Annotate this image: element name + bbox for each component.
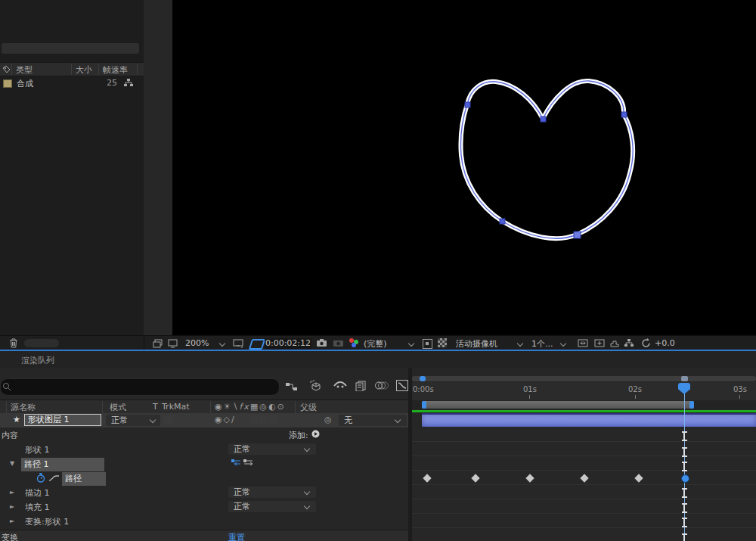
stroke-blend-mode-dropdown[interactable]: 正常 (228, 487, 316, 498)
twirl-closed-icon[interactable]: ► (10, 518, 14, 524)
resolution-dropdown[interactable]: (完整) (364, 338, 387, 350)
parent-dropdown[interactable]: 无 (339, 415, 407, 426)
rendered-frames-indicator (412, 410, 756, 412)
row-stroke-label[interactable]: 描边 1 (25, 487, 50, 499)
time-ruler[interactable]: 0:00s 01s 02s 03s (412, 382, 756, 401)
frame-blend-icon: ◎ (259, 402, 268, 412)
add-label[interactable]: 添加: (289, 430, 308, 441)
monitor-icon[interactable] (168, 339, 178, 348)
layer-blend-mode-dropdown[interactable]: 正常 (106, 415, 160, 426)
column-mode[interactable]: 模式 (110, 402, 126, 413)
heart-shape-stroke (460, 81, 633, 238)
mini-flowchart-icon[interactable] (624, 339, 634, 347)
frame-blending-icon[interactable] (355, 381, 367, 391)
exposure-value[interactable]: +0.0 (655, 338, 675, 348)
pixel-aspect-icon[interactable] (594, 339, 605, 347)
playhead-row-tick (682, 488, 687, 498)
show-snapshot-icon[interactable] (333, 339, 343, 347)
graph-editor-icon[interactable] (396, 380, 408, 391)
keyframe-out-interpolation-icon[interactable] (243, 459, 253, 466)
navigator-playhead-ghost (681, 376, 688, 381)
transparency-grid-icon[interactable] (438, 338, 447, 347)
layer-row-shape-layer-1[interactable]: ★ 形状图层 1 正常 ◉◇∕ ◎ 无 (0, 413, 408, 428)
layer-duration-bar[interactable] (422, 413, 756, 427)
playhead-row-tick (682, 462, 687, 471)
row-path-group-label[interactable]: 路径 1 (21, 458, 104, 471)
row-shape1-label[interactable]: 形状 1 (25, 444, 50, 455)
project-info-bar (2, 43, 139, 54)
timeline-search-input[interactable] (0, 378, 280, 396)
column-framerate[interactable]: 帧速率 (103, 64, 128, 76)
multi-view-icon[interactable] (153, 339, 163, 348)
twirl-open-icon[interactable]: ▼ (10, 460, 14, 467)
parent-pickwhip-icon[interactable]: ◎ (324, 415, 332, 424)
active-camera-dropdown[interactable]: 活动摄像机 (456, 338, 497, 350)
quality-switch-icon: ◉ (215, 415, 224, 424)
quality-icon: ◉ (215, 402, 224, 412)
playhead-row-tick (682, 447, 687, 457)
shy-layers-icon[interactable] (333, 381, 347, 390)
view-layout-dropdown[interactable]: 1个... (531, 338, 553, 350)
timeline-graph[interactable]: 0:00s 01s 02s 03s (412, 368, 756, 541)
stopwatch-icon[interactable] (36, 473, 45, 483)
resize-fit-icon[interactable] (578, 339, 588, 347)
chevron-down-icon (560, 340, 566, 347)
ruler-label: 0:00s (413, 385, 434, 393)
column-parent[interactable]: 父级 (300, 402, 317, 413)
selected-keyframe[interactable] (681, 474, 689, 483)
work-area-bar[interactable] (422, 401, 694, 409)
label-color-swatch[interactable] (3, 79, 12, 88)
column-trkmat[interactable]: TrkMat (162, 402, 190, 412)
column-t[interactable]: T (153, 402, 158, 412)
twirl-closed-icon[interactable]: ► (10, 503, 14, 510)
row-fill-label[interactable]: 填充 1 (25, 502, 50, 513)
fill-blend-mode-dropdown[interactable]: 正常 (228, 501, 316, 512)
chevron-down-icon (219, 340, 225, 347)
composition-viewport[interactable] (172, 0, 756, 335)
target-region-icon[interactable] (423, 339, 432, 349)
column-size[interactable]: 大小 (76, 64, 92, 76)
project-item-row[interactable]: 合成 25 (0, 76, 144, 89)
column-type[interactable]: 类型 (16, 64, 33, 76)
layer-switches[interactable]: ◉◇∕ (215, 415, 236, 424)
row-transform-shape-label[interactable]: 变换:形状 1 (25, 516, 69, 527)
row-transform-label[interactable]: 变换 (2, 532, 18, 541)
expression-graph-icon[interactable] (48, 474, 60, 482)
navigator-start-handle[interactable] (420, 376, 426, 381)
roi-icon[interactable] (233, 339, 244, 348)
timeline-column-headers: 源名称 模式 T TrkMat ◉☀∖fx▦◎◐⊙ 父级 (0, 400, 408, 415)
project-item-framerate: 25 (107, 78, 117, 88)
column-source-name[interactable]: 源名称 (11, 402, 36, 413)
draft-3d-icon[interactable] (309, 380, 322, 392)
tab-render-queue[interactable]: 渲染队列 (21, 355, 54, 366)
keyframe-in-interpolation-icon[interactable] (231, 459, 241, 466)
ruler-label: 02s (628, 385, 642, 393)
row-contents-label[interactable]: 内容 (2, 430, 18, 441)
show-channel-icon[interactable] (349, 338, 359, 347)
project-item-name[interactable]: 合成 (17, 78, 33, 89)
transform-group-row: 变换 重置 (0, 530, 408, 541)
histogram-icon[interactable] (610, 339, 620, 347)
twirl-closed-icon[interactable]: ► (10, 489, 14, 496)
shape1-blend-mode-dropdown[interactable]: 正常 (228, 443, 316, 455)
trkmat-box[interactable] (164, 415, 172, 424)
quality-slash-icon: ∕ (231, 415, 236, 424)
work-area-end-handle[interactable] (689, 401, 694, 409)
composition-mini-flowchart-icon[interactable] (286, 381, 298, 392)
reset-exposure-icon[interactable] (641, 338, 651, 348)
reset-link[interactable]: 重置 (228, 532, 245, 541)
row-path-property-label[interactable]: 路径 (62, 472, 106, 486)
current-timecode[interactable]: 0:00:02:12 (265, 338, 311, 349)
snapshot-camera-icon[interactable] (317, 339, 327, 347)
fx-icon: fx (240, 402, 250, 412)
motion-blur-icon[interactable] (375, 381, 389, 390)
playhead-row-tick (682, 431, 687, 441)
add-menu-icon[interactable] (311, 430, 320, 438)
zoom-level-dropdown[interactable]: 200% (185, 338, 209, 348)
timeline-navigator[interactable] (412, 376, 756, 381)
shape-layer-star-icon: ★ (13, 415, 20, 424)
work-area-start-handle[interactable] (422, 401, 426, 409)
layer-name-input[interactable]: 形状图层 1 (24, 414, 101, 426)
trash-icon[interactable] (9, 338, 18, 348)
mask-shape-visibility-icon[interactable] (249, 339, 266, 350)
